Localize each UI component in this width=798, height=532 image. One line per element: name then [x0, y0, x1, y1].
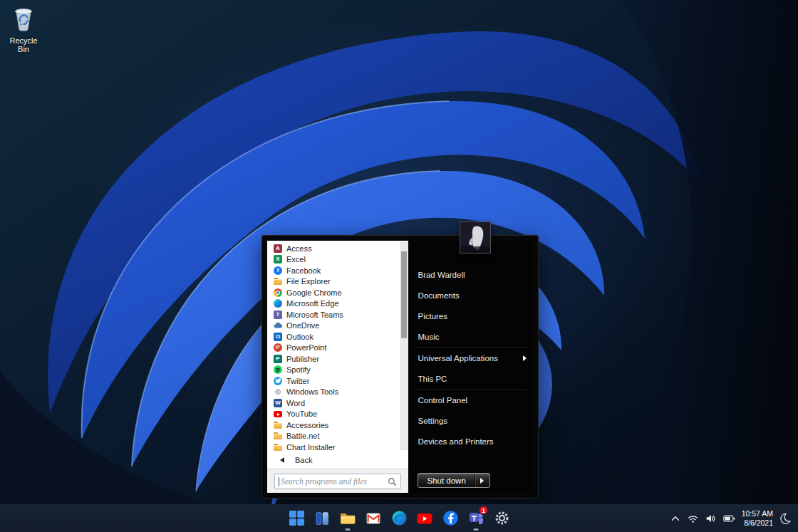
program-item-label: Twitter: [286, 377, 309, 385]
program-item-youtube[interactable]: YouTube: [267, 409, 408, 420]
teams-notification-badge: 1: [479, 506, 488, 515]
menu-item-devices-and-printers[interactable]: Devices and Printers: [408, 431, 533, 452]
program-item-label: Access: [286, 244, 311, 253]
menu-item-this-pc[interactable]: This PC: [408, 368, 533, 389]
menu-item-label: Control Panel: [418, 396, 467, 405]
menu-item-label: Music: [418, 333, 439, 341]
taskbar-clock[interactable]: 10:57 AM 8/6/2021: [742, 509, 773, 527]
recycle-bin[interactable]: Recycle Bin: [3, 4, 44, 53]
publisher-icon: P: [274, 355, 282, 363]
facebook-button[interactable]: [437, 504, 463, 532]
accessories-icon: [274, 421, 282, 429]
program-item-powerpoint[interactable]: PPowerPoint: [267, 343, 408, 354]
program-item-onedrive[interactable]: OneDrive: [267, 320, 408, 332]
program-item-label: Word: [286, 399, 305, 407]
search-input[interactable]: [275, 474, 400, 489]
outlook-icon: O: [274, 333, 282, 341]
right-arrow-icon: [480, 478, 484, 484]
program-item-outlook[interactable]: OOutlook: [267, 331, 408, 343]
program-item-accessories[interactable]: Accessories: [267, 419, 408, 431]
google-chrome-icon: [274, 288, 282, 297]
program-item-word[interactable]: WWord: [267, 397, 408, 409]
facebook-icon: f: [274, 266, 282, 275]
program-item-label: Spotify: [286, 365, 311, 374]
program-item-label: Publisher: [286, 355, 319, 363]
menu-item-pictures[interactable]: Pictures: [408, 306, 533, 326]
user-avatar[interactable]: [460, 221, 491, 254]
menu-item-label: Pictures: [418, 312, 447, 320]
facebook-icon: [442, 510, 459, 526]
menu-item-label: Brad Wardell: [418, 271, 465, 279]
microsoft-teams-icon: T: [274, 311, 282, 319]
back-button[interactable]: Back: [267, 452, 408, 469]
youtube-icon: [274, 411, 282, 417]
taskbar: 1: [0, 504, 798, 532]
menu-item-music[interactable]: Music: [408, 326, 533, 347]
teams-button[interactable]: 1: [463, 504, 489, 532]
program-item-label: Chart Installer: [286, 443, 335, 452]
program-item-label: Microsoft Edge: [286, 299, 338, 308]
menu-item-documents[interactable]: Documents: [408, 285, 533, 306]
edge-button[interactable]: [386, 504, 412, 532]
menu-item-control-panel[interactable]: Control Panel: [408, 390, 533, 410]
start-button[interactable]: [284, 504, 309, 532]
menu-item-brad-wardell[interactable]: Brad Wardell: [408, 264, 533, 285]
program-item-access[interactable]: AAccess: [267, 243, 408, 254]
program-item-spotify[interactable]: Spotify: [267, 365, 408, 376]
program-item-google-chrome[interactable]: Google Chrome: [267, 287, 408, 298]
scrollbar-thumb[interactable]: [401, 251, 407, 338]
excel-icon: X: [274, 255, 282, 264]
search-box: [274, 474, 401, 489]
program-item-file-explorer[interactable]: File Explorer: [267, 276, 408, 288]
youtube-button[interactable]: [412, 504, 437, 532]
twitter-icon: [274, 377, 282, 385]
program-item-label: File Explorer: [286, 277, 331, 286]
settings-button[interactable]: [489, 504, 514, 532]
start-menu: AAccessXExcelfFacebookFile ExplorerGoogl…: [261, 235, 539, 499]
program-item-battle-net[interactable]: Battle.net: [267, 431, 408, 442]
menu-item-universal-applications[interactable]: Universal Applications: [408, 348, 533, 368]
program-item-excel[interactable]: XExcel: [267, 254, 408, 266]
back-label: Back: [295, 456, 312, 464]
youtube-icon: [416, 511, 433, 526]
settings-gear-icon: [494, 510, 510, 526]
program-item-twitter[interactable]: Twitter: [267, 375, 408, 387]
tray-overflow-chevron-icon[interactable]: [670, 513, 681, 524]
program-list: AAccessXExcelfFacebookFile ExplorerGoogl…: [267, 241, 408, 452]
program-item-label: Windows Tools: [286, 387, 338, 396]
menu-item-settings[interactable]: Settings: [408, 410, 533, 431]
program-item-label: PowerPoint: [286, 343, 326, 352]
windows-tools-icon: [274, 387, 282, 396]
menu-item-label: This PC: [418, 375, 447, 383]
wifi-icon[interactable]: [687, 513, 699, 524]
shutdown-button[interactable]: Shut down: [418, 474, 474, 487]
program-item-label: Excel: [286, 255, 306, 264]
shutdown-options-arrow[interactable]: [475, 474, 489, 487]
program-item-facebook[interactable]: fFacebook: [267, 265, 408, 276]
powerpoint-icon: P: [274, 343, 282, 352]
tray-date: 8/6/2021: [742, 518, 773, 528]
menu-item-label: Universal Applications: [418, 354, 498, 363]
program-item-windows-tools[interactable]: Windows Tools: [267, 387, 408, 398]
program-item-publisher[interactable]: PPublisher: [267, 353, 408, 365]
program-list-scrollbar[interactable]: [400, 242, 408, 450]
gmail-icon: [366, 511, 381, 526]
night-light-moon-icon[interactable]: [779, 512, 792, 525]
task-view-button[interactable]: [309, 504, 335, 532]
program-item-microsoft-edge[interactable]: Microsoft Edge: [267, 298, 408, 310]
start-menu-places-panel: Brad WardellDocumentsPicturesMusicUniver…: [408, 241, 533, 493]
spotify-icon: [274, 365, 282, 374]
volume-icon[interactable]: [705, 513, 717, 524]
running-indicator: [346, 528, 351, 531]
search-icon[interactable]: [388, 477, 397, 486]
program-item-label: OneDrive: [286, 321, 319, 330]
program-item-microsoft-teams[interactable]: TMicrosoft Teams: [267, 309, 408, 320]
program-item-label: Accessories: [286, 421, 328, 429]
windows-logo-icon: [289, 511, 304, 526]
battery-icon[interactable]: [722, 513, 736, 524]
program-item-chart-installer[interactable]: Chart Installer: [267, 442, 408, 452]
file-explorer-button[interactable]: [335, 504, 361, 532]
gmail-button[interactable]: [361, 504, 386, 532]
menu-item-label: Settings: [418, 417, 447, 425]
search-band: [267, 469, 408, 493]
